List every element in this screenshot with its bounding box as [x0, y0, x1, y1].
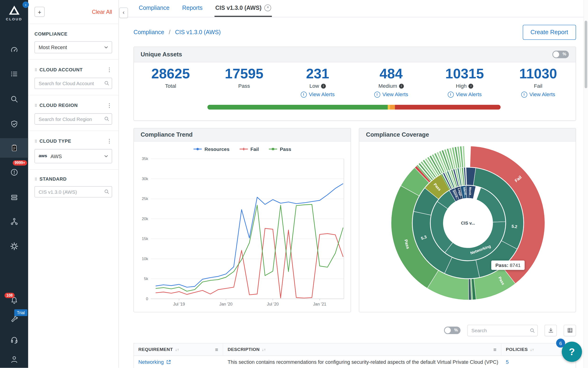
- sidebar-item-search[interactable]: [0, 91, 28, 107]
- search-icon: [104, 116, 109, 121]
- column-header-description[interactable]: DESCRIPTION↓↑ ≡: [223, 343, 501, 355]
- alert-icon: !: [521, 92, 527, 98]
- cloud-type-value: AWS: [51, 153, 62, 159]
- app-root: CLOUD 9999+: [0, 0, 588, 368]
- coverage-sunburst-chart[interactable]: CIS v...NetworkingStora...Loggi...Identi…: [359, 142, 576, 312]
- support-headset-icon: [10, 336, 18, 344]
- column-header-requirement[interactable]: REQUIREMENT↓↑ ≡: [134, 343, 223, 355]
- percent-toggle[interactable]: %: [553, 51, 569, 58]
- data-stack-icon: [10, 193, 18, 202]
- cloud-account-menu-icon[interactable]: ⋮: [106, 66, 112, 73]
- table-search-input[interactable]: [467, 324, 538, 336]
- sort-icon[interactable]: ↓↑: [530, 347, 534, 352]
- tab-compliance[interactable]: Compliance: [138, 0, 170, 17]
- cloud-region-search-input[interactable]: [35, 113, 112, 125]
- bar-segment-low: [388, 105, 390, 110]
- sidebar-item-network[interactable]: [0, 213, 28, 230]
- dashboard-gauge-icon: [10, 46, 18, 54]
- table-row: Networking This section contains recomme…: [134, 356, 576, 368]
- view-alerts-link[interactable]: !View Alerts: [281, 90, 355, 99]
- info-icon[interactable]: i: [469, 83, 474, 88]
- create-report-button[interactable]: Create Report: [523, 25, 576, 40]
- sidebar-item-dashboard[interactable]: [0, 42, 28, 58]
- svg-text:20k: 20k: [142, 217, 149, 221]
- cloud-region-menu-icon[interactable]: ⋮: [106, 102, 112, 109]
- svg-text:Jul '20: Jul '20: [267, 302, 279, 306]
- info-icon[interactable]: i: [399, 83, 404, 88]
- stat-high: 10315 Highi !View Alerts: [428, 66, 501, 99]
- view-alerts-link[interactable]: !View Alerts: [428, 90, 501, 99]
- view-alerts-link[interactable]: !View Alerts: [354, 90, 428, 99]
- table-percent-toggle[interactable]: %: [444, 327, 461, 334]
- alert-circle-icon: [10, 168, 18, 176]
- sort-dropdown[interactable]: Most Recent: [35, 41, 112, 53]
- download-button[interactable]: [544, 324, 557, 336]
- sidebar-item-inventory[interactable]: [0, 66, 28, 82]
- trend-title: Compliance Trend: [141, 131, 193, 138]
- svg-text:Jul '19: Jul '19: [173, 302, 185, 306]
- severity-distribution-bar[interactable]: [207, 105, 500, 110]
- info-icon[interactable]: i: [321, 83, 326, 88]
- policies-count-link[interactable]: 5: [506, 359, 509, 365]
- sidebar-item-compliance-active[interactable]: [0, 138, 28, 157]
- svg-text:15k: 15k: [142, 237, 149, 241]
- svg-text:5k: 5k: [144, 276, 148, 281]
- alert-icon: !: [300, 92, 307, 98]
- clear-all-filters-link[interactable]: Clear All: [92, 9, 112, 15]
- tab-cis-aws[interactable]: CIS v1.3.0 (AWS) ×: [215, 0, 272, 17]
- trend-legend: Resources Fail Pass: [134, 142, 351, 154]
- expand-pin-button[interactable]: ›: [22, 1, 29, 8]
- trend-line-chart[interactable]: 05k10k15k20k25k30k35kJul '19Jan '20Jul '…: [134, 154, 351, 312]
- view-alerts-link[interactable]: !View Alerts: [501, 90, 575, 99]
- sort-icon[interactable]: ↓↑: [175, 347, 179, 352]
- logo-triangle-icon: [8, 4, 21, 16]
- sidebar-item-profile[interactable]: [0, 351, 28, 368]
- compliance-coverage-card: Compliance Coverage CIS v...NetworkingSt…: [359, 128, 576, 312]
- standard-search-input[interactable]: [35, 186, 112, 197]
- breadcrumb-current-link[interactable]: CIS v1.3.0 (AWS): [175, 29, 221, 35]
- svg-text:10k: 10k: [142, 257, 149, 261]
- scrollbar-thumb[interactable]: [585, 21, 587, 88]
- unique-assets-title: Unique Assets: [141, 51, 182, 58]
- tab-reports[interactable]: Reports: [181, 0, 203, 17]
- compliance-section-label: COMPLIANCE: [35, 32, 68, 37]
- svg-text:Monit...: Monit...: [468, 187, 472, 197]
- collapse-panel-button[interactable]: ‹: [119, 8, 128, 18]
- trial-badge[interactable]: Trial: [14, 309, 27, 316]
- legend-resources[interactable]: Resources: [193, 146, 229, 152]
- search-icon: [104, 81, 109, 86]
- sidebar-item-support[interactable]: [0, 331, 28, 348]
- sort-icon[interactable]: ↓↑: [262, 347, 266, 352]
- sidebar-item-data[interactable]: [0, 189, 28, 206]
- sidebar-item-settings[interactable]: [0, 238, 28, 255]
- table-grid-icon: [567, 327, 573, 333]
- column-view-button[interactable]: [564, 324, 576, 336]
- breadcrumb-compliance-link[interactable]: Compliance: [133, 29, 164, 35]
- cloud-type-menu-icon[interactable]: ⋮: [106, 138, 112, 145]
- cloud-region-label: CLOUD REGION: [39, 103, 78, 108]
- legend-pass[interactable]: Pass: [269, 146, 291, 152]
- legend-fail[interactable]: Fail: [239, 146, 259, 152]
- column-menu-icon[interactable]: ≡: [493, 347, 497, 353]
- logo-text: CLOUD: [0, 17, 28, 21]
- main-content: Compliance Reports CIS v1.3.0 (AWS) × Co…: [119, 0, 588, 368]
- svg-text:Jan '21: Jan '21: [313, 302, 326, 306]
- requirement-link[interactable]: Networking: [138, 359, 171, 365]
- network-nodes-icon: [10, 217, 18, 226]
- compliance-count-badge: 9999+: [13, 160, 27, 166]
- sidebar-item-governance[interactable]: [0, 116, 28, 132]
- cloud-type-dropdown[interactable]: aws AWS: [35, 149, 112, 163]
- sidebar-item-alerts[interactable]: [0, 164, 28, 181]
- close-tab-icon[interactable]: ×: [264, 4, 271, 11]
- cloud-account-search-input[interactable]: [35, 78, 112, 89]
- drag-handle-icon[interactable]: ⠿: [35, 103, 37, 108]
- drag-handle-icon[interactable]: ⠿: [35, 68, 37, 72]
- add-filter-button[interactable]: +: [35, 7, 45, 17]
- requirements-table: REQUIREMENT↓↑ ≡ DESCRIPTION↓↑ ≡ POLICIES…: [133, 343, 576, 368]
- drag-handle-icon[interactable]: ⠿: [35, 177, 37, 181]
- bar-segment-pass: [207, 105, 388, 110]
- drag-handle-icon[interactable]: ⠿: [35, 139, 37, 143]
- stat-medium: 484 Mediumi !View Alerts: [354, 66, 428, 99]
- svg-text:CIS v...: CIS v...: [461, 221, 475, 226]
- column-menu-icon[interactable]: ≡: [215, 347, 218, 353]
